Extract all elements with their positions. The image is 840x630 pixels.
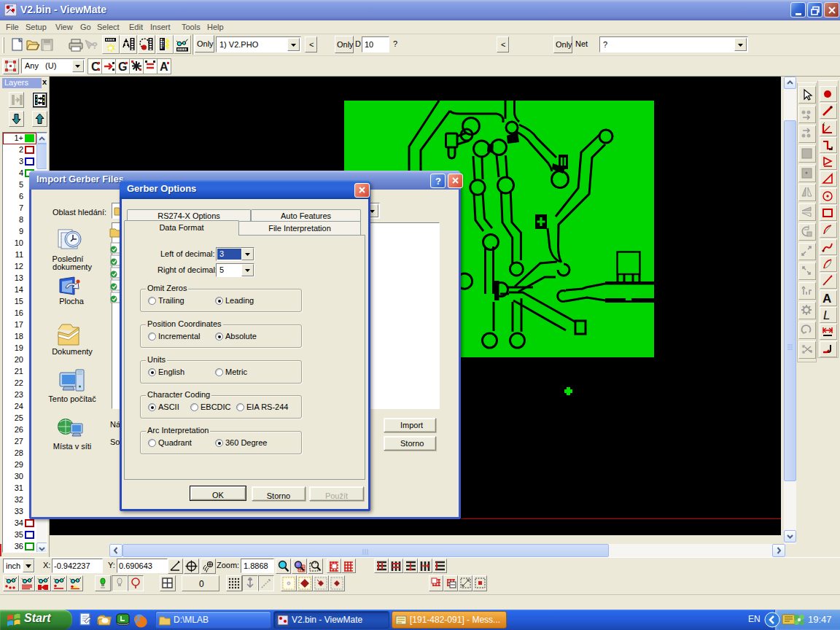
svg-text:Dokumenty: Dokumenty xyxy=(52,347,93,356)
svg-text:dokumenty: dokumenty xyxy=(52,262,92,271)
svg-text:L: L xyxy=(823,308,830,322)
svg-text:?: ? xyxy=(92,40,98,51)
svg-text:Místa v síti: Místa v síti xyxy=(53,442,92,451)
svg-text:A: A xyxy=(822,292,831,306)
svg-text:Plocha: Plocha xyxy=(59,297,85,306)
svg-text:Tento počítač: Tento počítač xyxy=(48,394,96,403)
